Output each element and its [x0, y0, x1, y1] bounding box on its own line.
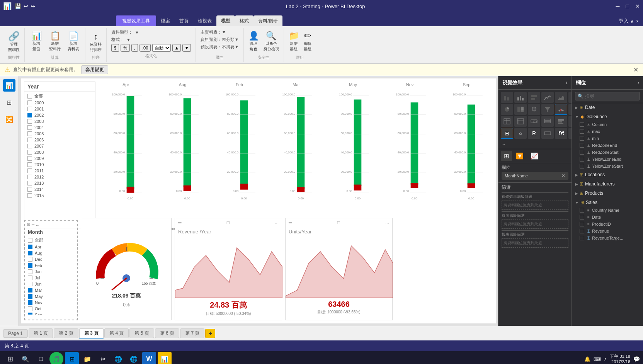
taskbar-keyboard-icon[interactable]: ⌨	[594, 356, 601, 362]
model-view-button[interactable]: 🔀	[3, 113, 15, 126]
tab-view[interactable]: 檢視表	[193, 15, 216, 26]
year-2001-checkbox[interactable]	[27, 107, 32, 111]
viz-icon-funnel[interactable]	[541, 104, 554, 115]
viz-icon-pie[interactable]	[501, 104, 513, 115]
viz-icon-treemap[interactable]	[514, 104, 527, 115]
field-item-redzoneend[interactable]: ΣRedZoneEnd	[572, 142, 643, 149]
field-item-min[interactable]: Σmin	[572, 135, 643, 142]
month-nov-item[interactable]: Nov	[26, 299, 76, 306]
year-2003-checkbox[interactable]	[27, 119, 32, 124]
viz-icon-table[interactable]	[501, 116, 513, 127]
viz-icon-stacked-bar[interactable]	[501, 92, 513, 103]
month-sep-item[interactable]: Sep	[26, 312, 76, 315]
year-2009-item[interactable]: 2009	[26, 155, 94, 162]
viz-format-tab[interactable]: 🔽	[513, 151, 527, 161]
new-group-button[interactable]: 📁 新增群組	[287, 29, 301, 55]
viz-icon-r-visual[interactable]: R	[568, 116, 572, 127]
month-may-item[interactable]: May	[26, 293, 76, 299]
taskbar-powerbi-icon[interactable]: 📊	[158, 352, 172, 364]
taskbar-search-button[interactable]: 🔍	[19, 352, 32, 364]
page-tab-4[interactable]: 第 4 頁	[104, 328, 129, 338]
currency-button[interactable]: $	[111, 44, 119, 52]
tab-model[interactable]: 模型	[216, 15, 235, 26]
viz-icon-kpi[interactable]: KPI	[568, 104, 572, 115]
year-2003-item[interactable]: 2003	[26, 118, 94, 124]
new-table-button[interactable]: 📄 新增資料表	[65, 29, 82, 55]
page-tab-2[interactable]: 第 2 頁	[54, 328, 78, 338]
month-apr-checkbox[interactable]	[28, 245, 32, 249]
year-2013-checkbox[interactable]	[27, 181, 32, 185]
revenue-chart-toolbar-more[interactable]: ...	[275, 220, 279, 225]
taskbar-hide-icon[interactable]: ∧	[604, 357, 607, 361]
page-tab-7[interactable]: 第 7 頁	[180, 328, 204, 338]
month-jan-item[interactable]: Jan	[26, 269, 76, 275]
year-2011-checkbox[interactable]	[27, 168, 32, 173]
month-jul-checkbox[interactable]	[28, 276, 32, 280]
viz-analytics-tab[interactable]: 📈	[527, 151, 541, 161]
decimal-button[interactable]: .00	[139, 44, 151, 52]
month-aug-item[interactable]: Aug	[26, 250, 76, 256]
taskbar-notification-center-icon[interactable]: 💬	[633, 356, 640, 362]
month-nov-checkbox[interactable]	[28, 300, 32, 305]
viz-icon-custom6[interactable]: 🕐	[568, 128, 572, 139]
revenue-chart-toolbar-expand[interactable]: □	[227, 220, 230, 225]
default-summary-dropdown[interactable]: ▼	[235, 44, 239, 49]
decimal-inc-button[interactable]: ▲	[172, 44, 181, 52]
add-page-button[interactable]: +	[205, 329, 215, 338]
task-view-button[interactable]: □	[34, 352, 48, 364]
year-2010-item[interactable]: 2010	[26, 162, 94, 168]
month-dec-checkbox[interactable]	[28, 257, 32, 262]
viz-icon-custom4[interactable]	[541, 128, 554, 139]
month-jun-checkbox[interactable]	[28, 282, 32, 286]
year-2006-item[interactable]: 2006	[26, 137, 94, 143]
year-2012-item[interactable]: 2012	[26, 174, 94, 180]
decimal-dec-button[interactable]: ▼	[182, 44, 191, 52]
taskbar-folder-icon[interactable]: 📁	[80, 352, 94, 364]
month-jul-item[interactable]: Jul	[26, 275, 76, 281]
page-tab-3-active[interactable]: 第 3 頁	[79, 328, 104, 338]
year-2005-checkbox[interactable]	[27, 131, 32, 136]
viz-icon-bar-chart[interactable]	[514, 92, 527, 103]
data-view-button[interactable]: ⊞	[3, 96, 15, 109]
year-2000-item[interactable]: 2000	[26, 100, 94, 106]
year-2008-item[interactable]: 2008	[26, 149, 94, 155]
field-group-dialguace-header[interactable]: ▼ ◆ DialGuace	[572, 112, 643, 121]
viz-icon-custom1[interactable]: ⊞	[501, 128, 513, 139]
year-2007-item[interactable]: 2007	[26, 143, 94, 149]
year-2006-checkbox[interactable]	[27, 138, 32, 142]
year-all-item[interactable]: 全部	[26, 92, 94, 100]
year-2002-checkbox[interactable]	[27, 113, 32, 117]
viz-icon-custom2[interactable]: ○	[514, 128, 527, 139]
year-2000-checkbox[interactable]	[27, 100, 32, 105]
year-2012-checkbox[interactable]	[27, 175, 32, 179]
field-group-date-header[interactable]: ▶ ⊞ Date	[572, 103, 643, 112]
units-chart-toolbar-more[interactable]: ...	[385, 220, 389, 225]
month-sep-checkbox[interactable]	[28, 313, 32, 315]
filter-visual-placeholder[interactable]: 將資料欄位拖曳到此處	[502, 201, 568, 210]
sign-in-button[interactable]: 登入 ∧ ?	[614, 16, 643, 26]
viz-icon-multirow[interactable]	[541, 116, 554, 127]
tab-home[interactable]: 首頁	[175, 15, 193, 26]
units-chart-toolbar-expand[interactable]: □	[337, 220, 340, 225]
year-2004-checkbox[interactable]	[27, 125, 32, 130]
field-group-sales-header[interactable]: ▼ ⊞ Sales	[572, 198, 643, 207]
tab-format[interactable]: 格式	[235, 15, 253, 26]
field-group-products-header[interactable]: ▶ ⊞ Products	[572, 189, 643, 197]
year-2005-item[interactable]: 2005	[26, 131, 94, 137]
viz-icon-custom5[interactable]: 🗺	[555, 128, 567, 139]
comma-button[interactable]: ,	[131, 44, 138, 52]
save-icon[interactable]: 💾	[15, 3, 21, 9]
fields-panel-expand-button[interactable]: ›	[638, 80, 639, 85]
year-2014-item[interactable]: 2014	[26, 186, 94, 192]
viz-icon-custom3[interactable]: R	[528, 128, 540, 139]
taskbar-notification-icon[interactable]: 🔔	[584, 356, 590, 362]
redo-icon[interactable]: ↪	[31, 3, 35, 9]
viz-icon-card[interactable]: 123	[528, 116, 540, 127]
close-button[interactable]: ✕	[635, 3, 640, 9]
page-tab-5[interactable]: 第 5 頁	[129, 328, 154, 338]
month-oct-checkbox[interactable]	[28, 306, 32, 311]
viz-icon-slicer[interactable]	[555, 116, 567, 127]
year-2015-item[interactable]: 2015	[26, 192, 94, 199]
year-2013-item[interactable]: 2013	[26, 180, 94, 186]
month-mar-item[interactable]: Mar	[26, 287, 76, 293]
